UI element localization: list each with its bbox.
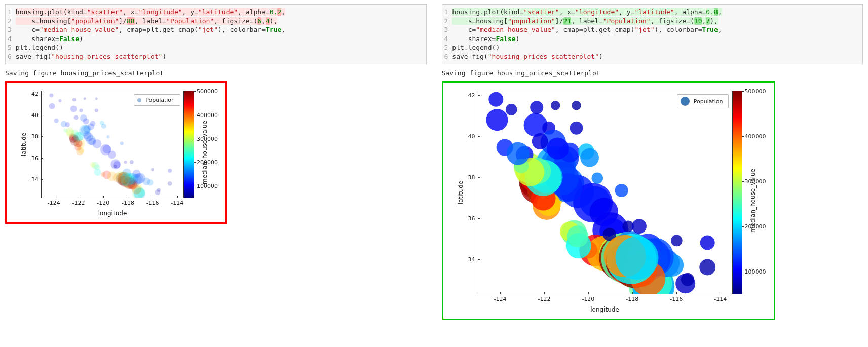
right-plot: 3436384042 -124-122-120-118-116-114 long… (446, 86, 771, 316)
scatter-point (551, 101, 560, 110)
y-tick-label: 36 (468, 215, 475, 221)
colorbar-tick-label: 500000 (197, 88, 218, 95)
left-legend: Population (134, 94, 180, 106)
scatter-point (125, 173, 137, 185)
scatter-point (113, 165, 117, 168)
left-cell: 1 2 3 4 5 6 housing.plot(kind="scatter",… (5, 4, 427, 320)
left-code-body: housing.plot(kind="scatter", x="longitud… (16, 8, 423, 61)
scatter-point (546, 138, 568, 160)
right-code-block[interactable]: 1 2 3 4 5 6 housing.plot(kind="scatter",… (442, 4, 863, 64)
scatter-point (49, 103, 55, 109)
scatter-point (681, 273, 694, 286)
scatter-point (94, 165, 100, 171)
right-y-label: latitude (457, 181, 464, 204)
y-tick-label: 38 (31, 133, 39, 140)
population-marker-icon (681, 97, 690, 106)
scatter-point (79, 109, 83, 112)
scatter-point (615, 184, 628, 197)
y-tick-label: 34 (468, 256, 475, 262)
right-line-numbers: 1 2 3 4 5 6 (444, 8, 452, 61)
scatter-point (54, 119, 59, 123)
scatter-point (95, 98, 98, 100)
left-x-label: longitude (42, 210, 183, 217)
y-tick-label: 40 (468, 133, 475, 140)
scatter-point (124, 161, 127, 164)
right-axes: 3436384042 -124-122-120-118-116-114 long… (478, 91, 732, 294)
scatter-point (74, 144, 81, 150)
scatter-point (168, 169, 172, 173)
scatter-point (106, 135, 109, 138)
right-cell: 1 2 3 4 5 6 housing.plot(kind="scatter",… (442, 4, 863, 320)
left-legend-label: Population (145, 97, 175, 103)
scatter-point (50, 94, 54, 98)
scatter-point (151, 168, 154, 171)
right-x-label: longitude (478, 306, 732, 313)
scatter-point (130, 160, 134, 164)
scatter-point (108, 151, 116, 159)
scatter-point (58, 99, 61, 102)
x-tick-label: -118 (122, 200, 134, 206)
right-colorbar: 100000200000300000400000500000 (732, 91, 742, 294)
y-tick-label: 42 (468, 92, 475, 99)
right-colorbar-label: median_house_value (749, 169, 757, 233)
scatter-point (505, 104, 517, 115)
scatter-point (486, 109, 508, 131)
scatter-point (591, 173, 603, 184)
scatter-point (671, 235, 683, 247)
scatter-point (532, 133, 548, 149)
scatter-point (95, 109, 98, 112)
left-line-numbers: 1 2 3 4 5 6 (8, 8, 16, 61)
left-colorbar: 100000200000300000400000500000 (184, 91, 194, 198)
left-output-text: Saving figure housing_prices_scatterplot (5, 69, 427, 77)
scatter-point (631, 219, 646, 234)
scatter-point (64, 129, 68, 133)
scatter-point (699, 259, 715, 276)
scatter-point (101, 124, 106, 129)
population-marker-icon (137, 98, 141, 102)
right-legend-label: Population (694, 98, 723, 105)
scatter-point (570, 122, 583, 135)
y-tick-label: 36 (31, 155, 39, 161)
colorbar-tick-label: 500000 (745, 88, 766, 95)
scatter-point (61, 121, 67, 127)
scatter-point (90, 121, 96, 126)
x-tick-label: -124 (494, 296, 506, 302)
scatter-point (84, 98, 86, 100)
x-tick-label: -120 (582, 296, 594, 302)
right-legend: Population (677, 94, 729, 108)
left-axes: 3436384042 -124-122-120-118-116-114 long… (41, 91, 184, 198)
scatter-point (700, 236, 714, 250)
y-tick-label: 42 (31, 90, 39, 97)
scatter-point (615, 237, 658, 280)
left-colorbar-label: median_house_value (201, 121, 208, 184)
scatter-point (572, 101, 581, 110)
scatter-point (147, 179, 153, 185)
scatter-point (168, 181, 172, 186)
scatter-point (157, 188, 161, 192)
diff-side-by-side: 1 2 3 4 5 6 housing.plot(kind="scatter",… (0, 0, 868, 324)
scatter-point (488, 92, 503, 107)
colorbar-tick-label: 400000 (745, 133, 766, 140)
left-code-block[interactable]: 1 2 3 4 5 6 housing.plot(kind="scatter",… (5, 4, 427, 64)
x-tick-label: -116 (670, 296, 683, 302)
y-tick-label: 34 (31, 176, 39, 183)
right-figure-frame: 3436384042 -124-122-120-118-116-114 long… (442, 81, 775, 320)
left-plot: 3436384042 -124-122-120-118-116-114 long… (10, 86, 222, 219)
scatter-point (72, 98, 76, 102)
scatter-point (84, 132, 93, 141)
scatter-point (74, 115, 79, 120)
scatter-point (580, 148, 599, 167)
scatter-point (120, 142, 124, 145)
scatter-point (101, 172, 106, 177)
scatter-point (506, 142, 529, 165)
x-tick-label: -116 (146, 200, 159, 206)
x-tick-label: -118 (626, 296, 638, 302)
right-code-body: housing.plot(kind="scatter", x="longitud… (452, 8, 859, 61)
scatter-point (530, 101, 543, 114)
y-tick-label: 38 (468, 174, 475, 180)
scatter-point (567, 226, 588, 248)
x-tick-label: -124 (48, 200, 60, 206)
scatter-point (70, 106, 77, 112)
x-tick-label: -122 (538, 296, 550, 302)
y-tick-label: 40 (31, 111, 39, 118)
